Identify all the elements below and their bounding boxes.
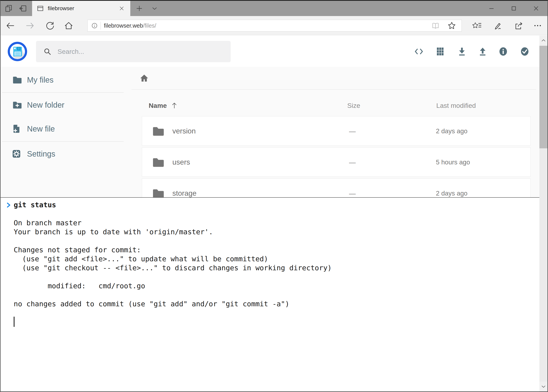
- file-name: storage: [172, 179, 196, 197]
- tab-preview-button[interactable]: [3, 1, 15, 16]
- file-size: —: [349, 116, 356, 146]
- column-label: Name: [149, 102, 167, 109]
- title-bar: filebrowser: [0, 0, 548, 16]
- share-button[interactable]: [510, 17, 527, 34]
- tab-list-button[interactable]: [148, 1, 161, 16]
- sidebar-item-my-files[interactable]: My files: [0, 72, 126, 87]
- breadcrumb-home-button[interactable]: [139, 73, 149, 84]
- column-header-modified[interactable]: Last modified: [436, 101, 476, 110]
- file-plus-icon: [11, 124, 21, 134]
- back-arrow-icon: [5, 21, 15, 31]
- grid-view-icon: [436, 47, 445, 56]
- info-button[interactable]: [498, 46, 509, 57]
- hub-favorites-button[interactable]: [469, 17, 486, 34]
- minimize-button[interactable]: [481, 1, 502, 16]
- terminal-prompt-line: git status: [14, 200, 56, 210]
- tab-close-button[interactable]: [118, 5, 126, 12]
- tab-title: filebrowser: [48, 5, 74, 12]
- sidebar-divider: [2, 92, 124, 93]
- filebrowser-app: My files New folder New file: [0, 35, 548, 197]
- sidebar-item-label: New file: [27, 125, 55, 133]
- file-name: version: [172, 116, 196, 146]
- gear-icon: [11, 149, 21, 159]
- back-button[interactable]: [2, 17, 18, 34]
- file-modified: 2 days ago: [436, 116, 467, 146]
- breadcrumb-divider: [132, 89, 536, 90]
- column-label: Size: [347, 102, 360, 109]
- set-tabs-aside-button[interactable]: [17, 1, 29, 16]
- new-tab-button[interactable]: [133, 1, 145, 16]
- address-toolbar: filebrowser.web /files/: [0, 16, 548, 35]
- page-scrollbar[interactable]: [539, 36, 548, 392]
- set-tabs-aside-icon: [19, 4, 27, 13]
- file-size: —: [349, 179, 356, 197]
- info-icon: [498, 46, 508, 57]
- code-icon: [414, 47, 424, 56]
- close-window-button[interactable]: [526, 1, 546, 16]
- search-input[interactable]: [57, 48, 215, 56]
- check-circle-icon: [520, 46, 530, 57]
- chevron-up-icon: [541, 38, 547, 43]
- site-info-icon[interactable]: [90, 21, 99, 30]
- address-bar[interactable]: filebrowser.web /files/: [87, 20, 462, 32]
- refresh-button[interactable]: [42, 17, 58, 34]
- folder-icon: [151, 125, 164, 138]
- sidebar-item-label: My files: [27, 76, 54, 84]
- browser-tab[interactable]: filebrowser: [32, 1, 130, 16]
- forward-arrow-icon: [25, 21, 35, 31]
- text-cursor: [14, 317, 14, 327]
- sidebar-item-settings[interactable]: Settings: [0, 146, 126, 161]
- upload-button[interactable]: [477, 46, 488, 57]
- url-path: /files/: [143, 22, 156, 29]
- file-row-storage[interactable]: storage — 2 days ago: [142, 178, 531, 197]
- forward-button[interactable]: [22, 17, 38, 34]
- terminal-panel[interactable]: git status On branch master Your branch …: [0, 197, 548, 392]
- terminal-command: git status: [14, 200, 56, 210]
- tab-preview-icon: [5, 4, 13, 13]
- select-multiple-button[interactable]: [519, 46, 530, 57]
- web-note-pen-icon: [493, 21, 503, 30]
- home-icon: [139, 73, 149, 83]
- column-header-size[interactable]: Size: [347, 101, 360, 110]
- floppy-disk-logo[interactable]: [8, 42, 27, 61]
- sidebar-item-new-folder[interactable]: New folder: [0, 98, 126, 112]
- ellipsis-icon: [533, 21, 542, 30]
- scroll-down-button[interactable]: [539, 382, 548, 392]
- terminal-output: On branch master Your branch is up to da…: [14, 210, 332, 308]
- download-button[interactable]: [457, 46, 467, 57]
- favorite-star-icon[interactable]: [447, 21, 457, 30]
- file-rows: version — 2 days ago users — 5 hours ago: [142, 116, 531, 197]
- upload-icon: [478, 46, 488, 56]
- sidebar-item-label: New folder: [27, 101, 64, 109]
- grid-view-button[interactable]: [435, 46, 446, 57]
- sidebar-item-new-file[interactable]: New file: [0, 121, 126, 136]
- search-bar[interactable]: [36, 41, 231, 62]
- folder-plus-icon: [11, 100, 21, 110]
- column-header-name[interactable]: Name: [149, 101, 178, 110]
- file-modified: 2 days ago: [436, 179, 467, 197]
- folder-icon: [151, 156, 164, 169]
- prompt-chevron-icon: [6, 202, 11, 208]
- scroll-up-button[interactable]: [539, 36, 548, 45]
- download-icon: [457, 46, 467, 56]
- more-options-button[interactable]: [529, 17, 546, 34]
- browser-window: filebrowser: [0, 0, 548, 392]
- hub-favorites-icon: [472, 21, 482, 30]
- url-host: filebrowser.web: [104, 22, 143, 29]
- home-button[interactable]: [61, 17, 77, 34]
- scrollbar-thumb[interactable]: [539, 46, 548, 148]
- file-name: users: [172, 147, 190, 177]
- reading-view-icon[interactable]: [431, 21, 440, 30]
- file-row-users[interactable]: users — 5 hours ago: [142, 147, 531, 177]
- tab-list-chevron-icon: [151, 5, 159, 12]
- minimize-icon: [487, 5, 495, 12]
- refresh-icon: [45, 21, 55, 30]
- maximize-button[interactable]: [504, 1, 524, 16]
- share-icon: [513, 21, 523, 30]
- app-header: [0, 35, 548, 67]
- file-row-version[interactable]: version — 2 days ago: [142, 116, 531, 146]
- url-divider: [101, 22, 101, 29]
- folder-icon: [151, 187, 164, 197]
- raw-code-button[interactable]: [413, 46, 424, 57]
- web-note-button[interactable]: [490, 17, 506, 34]
